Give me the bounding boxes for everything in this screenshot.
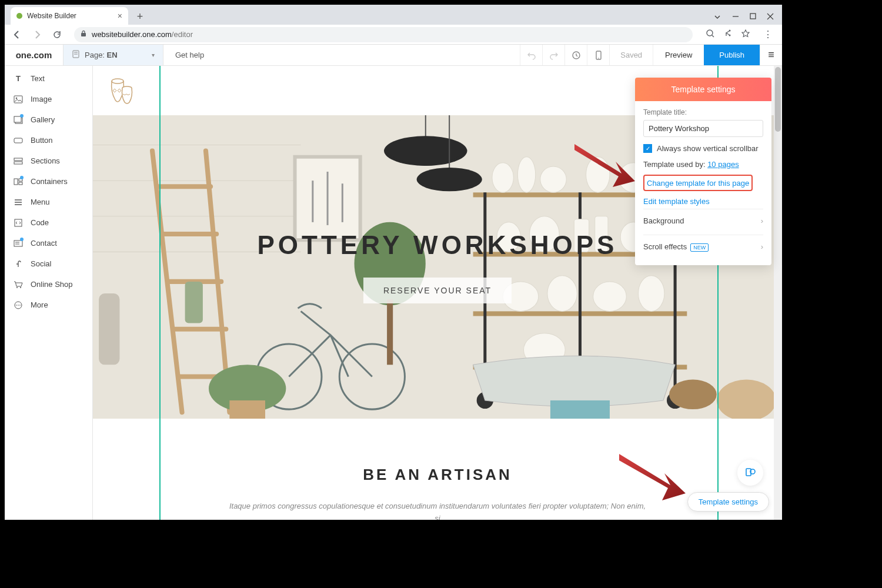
hero-cta-button[interactable]: RESERVE YOUR SEAT [363,278,512,303]
window-controls [713,13,782,25]
svg-rect-22 [14,179,18,185]
browser-menu-icon[interactable]: ⋮ [759,29,777,40]
caret-down-icon: ▾ [152,52,155,58]
zoom-icon[interactable] [706,29,715,41]
history-button[interactable] [564,45,587,65]
scrollbar-checkbox-row[interactable]: ✓ Always show vertical scrollbar [643,144,763,153]
svg-rect-1 [750,14,756,19]
svg-rect-15 [14,96,22,103]
pages-count-link[interactable]: 10 pages [707,160,739,169]
chevron-right-icon: › [761,216,763,225]
address-bar: websitebuilder.one.com/editor ⋮ [5,25,782,45]
page-selector[interactable]: Page: EN ▾ [64,45,163,65]
template-used-by: Template used by: 10 pages [643,160,763,169]
sidebar-item-button[interactable]: Button [5,130,92,151]
preview-button[interactable]: Preview [653,45,704,65]
sidebar-item-containers[interactable]: Containers [5,171,92,192]
scroll-effects-row[interactable]: Scroll effectsNEW › [643,235,763,258]
forward-button[interactable] [29,27,45,42]
chevron-down-icon[interactable] [713,13,721,21]
lock-icon [80,30,87,39]
annotation-arrow [616,451,687,507]
hero-title[interactable]: POTTERY WORKSHOPS [258,230,618,260]
cart-icon [13,280,24,289]
button-icon [13,138,24,143]
vertical-scrollbar[interactable] [774,66,782,520]
hamburger-menu-icon[interactable]: ≡ [760,45,782,65]
template-settings-chip[interactable]: Template settings [687,492,769,512]
svg-rect-24 [19,182,22,185]
section-body[interactable]: Itaque primos congressus copulationesque… [226,500,649,520]
badge-dot [20,114,24,118]
sidebar-item-gallery[interactable]: Gallery [5,109,92,130]
guide-line-left [159,66,161,520]
page-icon [72,50,80,60]
url-host: websitebuilder.one.com [92,30,172,39]
template-title-label: Template title: [643,108,763,116]
svg-point-37 [19,305,21,306]
sidebar-item-social[interactable]: Social [5,253,92,274]
sections-icon [13,158,24,165]
code-icon [13,219,24,227]
svg-point-7 [729,29,731,31]
svg-point-8 [729,34,731,36]
mobile-preview-button[interactable] [587,45,609,65]
template-style-fab[interactable] [737,460,763,486]
tab-close-icon[interactable]: × [118,11,122,21]
component-sidebar: TText Image Gallery Button Sections Cont… [5,66,93,520]
star-icon[interactable] [741,29,750,41]
sidebar-item-more[interactable]: More [5,295,92,315]
svg-point-5 [707,30,713,36]
social-icon [13,260,24,268]
svg-rect-19 [14,138,22,143]
reload-button[interactable] [49,27,65,42]
svg-rect-21 [14,162,22,164]
sidebar-item-image[interactable]: Image [5,89,92,109]
edit-styles-link[interactable]: Edit template styles [643,197,710,206]
sidebar-item-sections[interactable]: Sections [5,151,92,171]
svg-point-35 [16,305,17,306]
change-template-link-highlighted: Change template for this page [643,175,753,191]
image-icon [13,95,24,103]
tab-favicon [16,13,22,19]
panel-heading: Template settings [635,78,771,101]
sidebar-item-code[interactable]: Code [5,212,92,233]
browser-tab-strip: Website Builder × + [5,5,782,25]
minimize-icon[interactable] [732,13,739,21]
svg-point-32 [16,287,18,288]
get-help-link[interactable]: Get help [163,45,216,65]
share-icon[interactable] [723,29,733,41]
new-tab-button[interactable]: + [132,8,148,25]
chevron-right-icon: › [761,242,763,251]
sidebar-item-shop[interactable]: Online Shop [5,274,92,295]
svg-rect-4 [81,33,86,36]
more-icon [13,301,24,309]
maximize-icon[interactable] [750,13,756,21]
svg-point-38 [112,79,123,83]
template-title-input[interactable] [643,120,763,137]
browser-tab[interactable]: Website Builder × [11,7,128,25]
svg-point-16 [16,97,18,99]
svg-rect-20 [14,158,22,161]
url-field[interactable]: websitebuilder.one.com/editor [74,27,693,42]
text-icon: T [13,74,24,83]
app-logo[interactable]: one.com [5,45,64,65]
checkbox-checked-icon[interactable]: ✓ [643,144,652,153]
sidebar-item-text[interactable]: TText [5,68,92,89]
background-row[interactable]: Background › [643,209,763,232]
publish-button[interactable]: Publish [704,45,760,65]
close-icon[interactable] [767,13,774,21]
badge-dot [20,238,24,241]
app-toolbar: one.com Page: EN ▾ Get help Saved Previe… [5,45,782,66]
redo-button[interactable] [542,45,564,65]
url-path: /editor [172,30,193,39]
back-button[interactable] [9,27,25,42]
scrollbar-thumb[interactable] [775,67,781,132]
tab-title: Website Builder [27,12,113,20]
sidebar-item-contact[interactable]: Contact [5,233,92,253]
undo-button[interactable] [520,45,542,65]
sidebar-item-menu[interactable]: Menu [5,192,92,212]
svg-point-14 [598,58,599,59]
site-logo-icon [107,74,136,107]
change-template-link[interactable]: Change template for this page [647,179,749,188]
